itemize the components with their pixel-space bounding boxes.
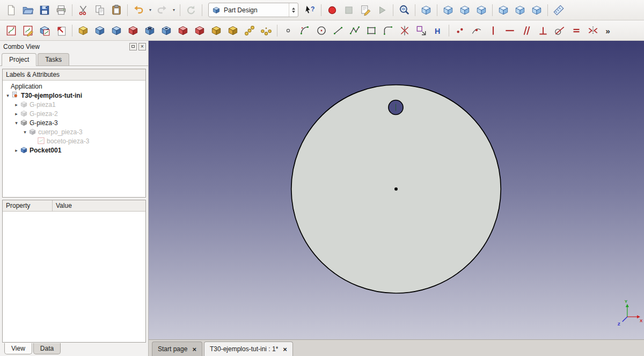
3d-scene[interactable]: Y X Z	[149, 41, 644, 339]
left-view-button[interactable]	[529, 2, 545, 18]
hole-button[interactable]	[158, 23, 174, 39]
sketch-arc-button[interactable]	[297, 23, 313, 39]
con-vertical-icon	[487, 25, 499, 37]
tree-item-g-pieza-2[interactable]: ▸G-pieza-2	[3, 109, 145, 118]
paste-button[interactable]	[108, 2, 125, 18]
tree-item-t30-ejemplos-tut-ini[interactable]: ▾T30-ejemplos-tut-ini	[3, 91, 145, 100]
toolbar-overflow-button[interactable]: »	[602, 23, 618, 39]
external-geometry-button[interactable]	[413, 23, 429, 39]
tab-project[interactable]: Project	[2, 53, 36, 66]
tab-view[interactable]: View	[4, 343, 32, 354]
cube-hole-icon	[160, 25, 172, 37]
document-tab-start-page[interactable]: Start page×	[152, 342, 202, 356]
sketch-point-button[interactable]	[280, 23, 296, 39]
cut-button[interactable]	[75, 2, 91, 18]
sketch-line-button[interactable]	[330, 23, 346, 39]
combobox-spinner-icon[interactable]	[289, 3, 298, 17]
redo-dropdown-caret[interactable]: ▾	[171, 2, 177, 18]
open-document-button[interactable]	[20, 2, 36, 18]
refresh-button[interactable]	[183, 2, 199, 18]
right-view-button[interactable]	[473, 2, 489, 18]
undo-dropdown-caret[interactable]: ▾	[147, 2, 153, 18]
property-editor-body[interactable]	[3, 212, 145, 342]
tree-item-boceto-pieza-3[interactable]: boceto-pieza-3	[3, 136, 145, 146]
front-view-button[interactable]	[440, 2, 456, 18]
revolution-button[interactable]	[92, 23, 108, 39]
close-tab-icon[interactable]: ×	[192, 346, 196, 353]
close-panel-icon[interactable]: ×	[138, 43, 146, 50]
undo-button[interactable]	[130, 2, 147, 18]
subtractive-pipe-button[interactable]	[192, 23, 208, 39]
print-button[interactable]	[53, 2, 69, 18]
pad-button[interactable]	[75, 23, 91, 39]
copy-button[interactable]	[92, 2, 108, 18]
constraint-horizontal-button[interactable]	[502, 23, 518, 39]
constraint-point-on-object-button[interactable]	[469, 23, 485, 39]
save-document-button[interactable]	[36, 2, 53, 18]
map-sketch-button[interactable]	[36, 23, 53, 39]
expand-arrow-icon[interactable]: ▾	[5, 93, 11, 98]
pocket-button[interactable]	[142, 23, 158, 39]
collapse-arrow-icon[interactable]: ▸	[13, 102, 19, 107]
3d-viewport[interactable]: Y X Z	[149, 41, 644, 339]
tab-data[interactable]: Data	[33, 343, 61, 354]
value-column-header[interactable]: Value	[53, 200, 75, 211]
tree-item-pocket001[interactable]: ▸Pocket001	[3, 146, 145, 155]
create-sketch-button[interactable]	[3, 23, 19, 39]
macro-record-button[interactable]	[324, 2, 340, 18]
property-column-header[interactable]: Property	[3, 200, 53, 211]
sketch-fillet-button[interactable]	[380, 23, 396, 39]
combo-view-title: Combo View	[3, 43, 40, 50]
document-tab-t30-ejemplos-tut-ini-1-[interactable]: T30-ejemplos-tut-ini : 1*×	[204, 342, 293, 356]
constraint-equal-button[interactable]	[568, 23, 584, 39]
edit-sketch-button[interactable]	[20, 23, 36, 39]
measure-distance-button[interactable]	[551, 2, 567, 18]
new-document-button[interactable]	[3, 2, 19, 18]
sketch-trim-button[interactable]	[397, 23, 413, 39]
carbon-copy-button[interactable]: H	[430, 23, 446, 39]
constraint-vertical-button[interactable]	[485, 23, 501, 39]
macro-stop-button[interactable]	[341, 2, 357, 18]
disc-center-point[interactable]	[394, 187, 398, 191]
tab-tasks[interactable]: Tasks	[38, 53, 69, 66]
constraint-coincident-button[interactable]	[452, 23, 468, 39]
fit-all-button[interactable]	[396, 2, 412, 18]
tree-item-cuerpo-pieza-3[interactable]: ▾cuerpo_pieza-3	[3, 127, 145, 136]
linear-pattern-button[interactable]	[241, 23, 258, 39]
sketch-polyline-button[interactable]	[347, 23, 363, 39]
close-tab-icon[interactable]: ×	[283, 346, 287, 353]
constraint-tangent-button[interactable]	[552, 23, 568, 39]
top-view-button[interactable]	[457, 2, 473, 18]
redo-button[interactable]	[154, 2, 170, 18]
additive-pipe-button[interactable]	[125, 23, 141, 39]
cube-view-icon	[459, 4, 471, 16]
workbench-selector[interactable]: Part Design	[208, 3, 298, 17]
polar-pattern-button[interactable]	[258, 23, 274, 39]
chamfer-button[interactable]	[225, 23, 241, 39]
expand-arrow-icon[interactable]: ▾	[22, 129, 28, 135]
toolbar-separator	[547, 4, 548, 16]
float-panel-icon[interactable]	[129, 43, 137, 50]
axonometric-view-button[interactable]	[418, 2, 434, 18]
macro-execute-button[interactable]	[374, 2, 390, 18]
sketch-circle-button[interactable]	[313, 23, 330, 39]
whats-this-button[interactable]: ?	[302, 2, 318, 18]
sketch-rectangle-button[interactable]	[363, 23, 379, 39]
leave-sketch-button[interactable]	[53, 23, 69, 39]
fillet-button[interactable]	[208, 23, 224, 39]
bottom-view-button[interactable]	[512, 2, 528, 18]
additive-loft-button[interactable]	[108, 23, 125, 39]
constraint-symmetric-button[interactable]	[585, 23, 601, 39]
macro-edit-button[interactable]	[357, 2, 374, 18]
collapse-arrow-icon[interactable]: ▸	[13, 111, 19, 117]
rear-view-button[interactable]	[495, 2, 511, 18]
combo-view-tabs: ProjectTasks	[0, 52, 148, 66]
expand-arrow-icon[interactable]: ▾	[13, 120, 19, 126]
tree-item-application[interactable]: Application	[3, 82, 145, 91]
constraint-parallel-button[interactable]	[518, 23, 535, 39]
collapse-arrow-icon[interactable]: ▸	[13, 148, 19, 153]
tree-item-g-pieza-3[interactable]: ▾G-pieza-3	[3, 118, 145, 127]
tree-item-g-pieza1[interactable]: ▸G-pieza1	[3, 100, 145, 109]
groove-button[interactable]	[175, 23, 191, 39]
constraint-perpendicular-button[interactable]	[535, 23, 551, 39]
